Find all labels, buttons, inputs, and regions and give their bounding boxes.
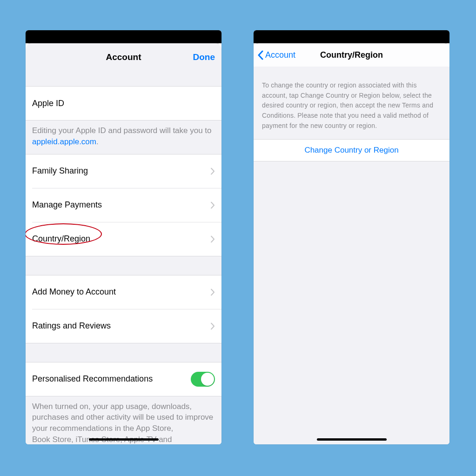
back-label: Account [265,50,295,60]
chevron-right-icon [211,235,215,242]
row-label: Personalised Recommendations [32,374,153,384]
chevron-right-icon [211,168,215,174]
chevron-right-icon [211,201,215,208]
device-frame-top [26,30,221,43]
change-country-button[interactable]: Change Country or Region [254,139,449,161]
row-ratings-reviews[interactable]: Ratings and Reviews [26,309,221,343]
group-money: Add Money to Account Ratings and Reviews [26,275,221,343]
row-label: Add Money to Account [32,287,116,297]
row-label: Manage Payments [32,200,102,210]
phone-account: Account Done Apple ID Editing your Apple… [26,30,221,444]
row-add-money[interactable]: Add Money to Account [26,275,221,309]
group-apple-id: Apple ID [26,86,221,121]
row-country-region[interactable]: Country/Region [26,222,221,256]
info-paragraph: To change the country or region associat… [254,67,449,139]
group-personalised: Personalised Recommendations [26,362,221,396]
apple-id-footer: Editing your Apple ID and password will … [26,121,221,154]
page-title: Country/Region [320,50,383,60]
page-title: Account [106,52,141,62]
home-indicator[interactable] [317,438,387,441]
button-label: Change Country or Region [304,146,398,155]
row-label: Country/Region [32,234,90,244]
row-personalised-recommendations[interactable]: Personalised Recommendations [26,362,221,396]
row-label: Apple ID [32,99,64,108]
row-apple-id[interactable]: Apple ID [26,87,221,120]
link-appleid[interactable]: appleid.apple.com [32,137,96,146]
phone-country-region: Account Country/Region To change the cou… [254,30,449,444]
done-button[interactable]: Done [193,43,215,71]
row-family-sharing[interactable]: Family Sharing [26,154,221,188]
country-region-sheet: Account Country/Region To change the cou… [254,43,449,444]
chevron-right-icon [211,288,215,295]
row-label: Family Sharing [32,166,88,176]
chevron-right-icon [211,322,215,329]
group-main: Family Sharing Manage Payments Country/R… [26,154,221,256]
device-frame-top [254,30,449,43]
toggle-personalised[interactable] [191,372,215,387]
home-indicator[interactable] [89,438,159,441]
personalised-footer: When turned on, your app usage, download… [26,396,221,444]
row-label: Ratings and Reviews [32,321,111,331]
sheet-header: Account Done [26,43,221,71]
row-manage-payments[interactable]: Manage Payments [26,188,221,222]
back-button[interactable]: Account [257,43,295,67]
chevron-left-icon [257,50,263,60]
nav-header: Account Country/Region [254,43,449,67]
account-sheet: Account Done Apple ID Editing your Apple… [26,43,221,444]
